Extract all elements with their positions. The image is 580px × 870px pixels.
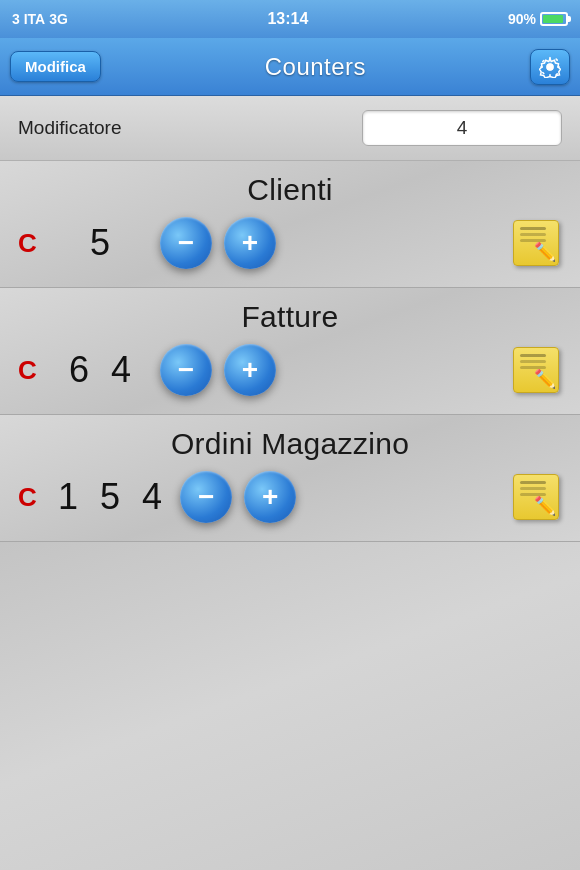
- nav-bar: Modifica Counters: [0, 38, 580, 96]
- decrement-button-fatture[interactable]: −: [160, 344, 212, 396]
- counter-section-fatture: Fatture C 6 4 − + ✏️: [0, 288, 580, 415]
- notepad-icon-clienti: ✏️: [513, 220, 559, 266]
- note-button-ordini[interactable]: ✏️: [510, 471, 562, 523]
- counter-section-clienti: Clienti C 5 − + ✏️: [0, 161, 580, 288]
- counter-controls-fatture: C 6 4 − + ✏️: [18, 344, 562, 396]
- svg-rect-4: [540, 66, 543, 68]
- settings-button[interactable]: [530, 49, 570, 85]
- reset-button-clienti[interactable]: C: [18, 228, 46, 259]
- reset-button-fatture[interactable]: C: [18, 355, 46, 386]
- counter-value-fatture: 6 4: [58, 349, 148, 391]
- modificatore-label: Modificatore: [18, 117, 362, 139]
- network-text: 3G: [49, 11, 68, 27]
- counter-name-fatture: Fatture: [18, 300, 562, 334]
- main-content: Modificatore Clienti C 5 − + ✏️ Fatture …: [0, 96, 580, 870]
- pencil-icon-ordini: ✏️: [534, 495, 554, 515]
- modificatore-input[interactable]: [362, 110, 562, 146]
- modifica-button[interactable]: Modifica: [10, 51, 101, 82]
- gear-icon: [539, 56, 561, 78]
- status-battery: 90%: [508, 11, 568, 27]
- battery-percent: 90%: [508, 11, 536, 27]
- nav-title: Counters: [265, 53, 366, 81]
- svg-rect-5: [557, 66, 560, 68]
- counter-value-clienti: 5: [58, 222, 148, 264]
- carrier-text: 3 ITA: [12, 11, 45, 27]
- increment-button-ordini[interactable]: +: [244, 471, 296, 523]
- decrement-button-clienti[interactable]: −: [160, 217, 212, 269]
- increment-button-fatture[interactable]: +: [224, 344, 276, 396]
- modificatore-row: Modificatore: [0, 96, 580, 161]
- counter-controls-clienti: C 5 − + ✏️: [18, 217, 562, 269]
- counter-name-ordini: Ordini Magazzino: [18, 427, 562, 461]
- increment-button-clienti[interactable]: +: [224, 217, 276, 269]
- notepad-icon-fatture: ✏️: [513, 347, 559, 393]
- counter-value-ordini: 1 5 4: [58, 476, 168, 518]
- counter-controls-ordini: C 1 5 4 − + ✏️: [18, 471, 562, 523]
- battery-fill: [543, 15, 563, 23]
- note-button-clienti[interactable]: ✏️: [510, 217, 562, 269]
- reset-button-ordini[interactable]: C: [18, 482, 46, 513]
- status-time: 13:14: [267, 10, 308, 28]
- svg-rect-2: [549, 57, 551, 60]
- counter-section-ordini: Ordini Magazzino C 1 5 4 − + ✏️: [0, 415, 580, 542]
- svg-rect-9: [555, 57, 558, 60]
- battery-icon: [540, 12, 568, 26]
- decrement-button-ordini[interactable]: −: [180, 471, 232, 523]
- note-button-fatture[interactable]: ✏️: [510, 344, 562, 396]
- svg-rect-8: [542, 71, 545, 74]
- svg-rect-3: [549, 74, 551, 77]
- pencil-icon-clienti: ✏️: [534, 241, 554, 261]
- counter-name-clienti: Clienti: [18, 173, 562, 207]
- status-carrier: 3 ITA 3G: [12, 11, 68, 27]
- pencil-icon-fatture: ✏️: [534, 368, 554, 388]
- status-bar: 3 ITA 3G 13:14 90%: [0, 0, 580, 38]
- notepad-icon-ordini: ✏️: [513, 474, 559, 520]
